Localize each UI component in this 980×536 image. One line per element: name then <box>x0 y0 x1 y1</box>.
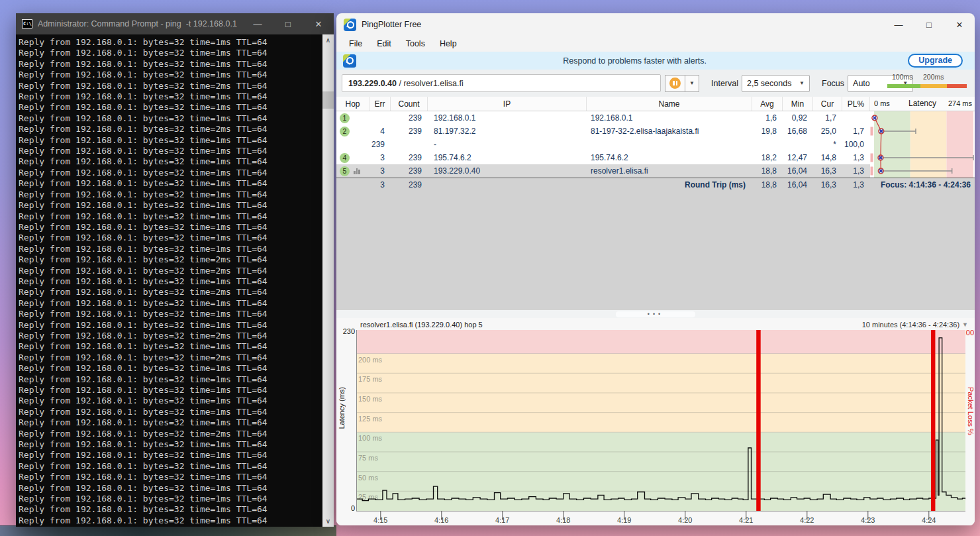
table-body: 1239192.168.0.1192.168.0.11,60,921,72423… <box>336 111 870 178</box>
ip-cell: 192.168.0.1 <box>428 111 587 125</box>
count-cell: 239 <box>391 125 428 138</box>
cmd-maximize-button[interactable]: □ <box>273 13 303 34</box>
cmd-output-line: Reply from 192.168.0.1: bytes=32 time=1m… <box>19 156 322 167</box>
cmd-output-line: Reply from 192.168.0.1: bytes=32 time=1m… <box>19 37 322 48</box>
footer-ip-cell <box>428 178 587 191</box>
graph-time-range-selector[interactable]: 10 minutes (4:14:36 - 4:24:36) ▼ <box>862 321 968 329</box>
name-cell: 81-197-32-2.elisa-laajakaista.fi <box>587 125 752 138</box>
cmd-output-line: Reply from 192.168.0.1: bytes=32 time=1m… <box>19 102 322 113</box>
cmd-output-line: Reply from 192.168.0.1: bytes=32 time=2m… <box>19 287 322 297</box>
cmd-scroll-thumb[interactable] <box>322 91 334 109</box>
err-cell <box>369 111 391 125</box>
pingplotter-maximize-button[interactable]: □ <box>914 13 944 36</box>
svg-text:75 ms: 75 ms <box>358 454 378 462</box>
cmd-output-line: Reply from 192.168.0.1: bytes=32 time=1m… <box>19 59 322 70</box>
column-header-count[interactable]: Count <box>391 97 428 111</box>
menu-item-edit[interactable]: Edit <box>369 37 399 50</box>
pause-dropdown-button[interactable]: ▼ <box>685 75 699 92</box>
svg-text:4:22: 4:22 <box>800 516 814 524</box>
pause-button[interactable] <box>665 75 685 92</box>
pl-cell: 100,0 <box>842 138 870 151</box>
target-address-input[interactable]: 193.229.0.40 / resolver1.elisa.fi <box>342 74 661 92</box>
table-row[interactable]: 43239195.74.6.2195.74.6.218,212,4714,81,… <box>336 151 870 164</box>
menu-item-file[interactable]: File <box>342 37 369 50</box>
footer-cur-cell: 16,3 <box>813 178 842 191</box>
count-cell: 239 <box>391 111 428 125</box>
column-header-cur[interactable]: Cur <box>813 97 842 111</box>
table-row[interactable]: 239-*100,0 <box>336 138 870 151</box>
cmd-output-line: Reply from 192.168.0.1: bytes=32 time=1m… <box>19 450 322 460</box>
alert-text: Respond to problems faster with alerts. <box>362 56 908 66</box>
pingplotter-minimize-button[interactable]: — <box>883 13 914 36</box>
column-header-ip[interactable]: IP <box>428 97 587 111</box>
cmd-titlebar[interactable]: C:\ Administrator: Command Prompt - ping… <box>16 13 334 34</box>
latency-scale-legend: 100ms 200ms <box>887 73 967 94</box>
chevron-down-icon: ▼ <box>799 80 805 86</box>
graph-title: resolver1.elisa.fi (193.229.0.40) hop 5 <box>360 321 483 329</box>
pingplotter-close-button[interactable]: ✕ <box>944 13 975 36</box>
svg-text:4:23: 4:23 <box>861 516 875 524</box>
svg-text:50 ms: 50 ms <box>358 474 378 482</box>
cmd-output-line: Reply from 192.168.0.1: bytes=32 time=1m… <box>19 146 322 156</box>
column-header-err[interactable]: Err <box>369 97 391 111</box>
hop-cell: 4 <box>336 151 369 164</box>
cmd-scroll-down-arrow[interactable]: ∨ <box>322 515 334 527</box>
menu-item-tools[interactable]: Tools <box>399 37 432 50</box>
timeline-graph-panel: resolver1.elisa.fi (193.229.0.40) hop 5 … <box>336 318 975 525</box>
cmd-minimize-button[interactable]: — <box>242 13 273 34</box>
avg-cell <box>752 138 783 151</box>
table-row[interactable]: 2423981.197.32.281-197-32-2.elisa-laajak… <box>336 125 870 138</box>
svg-text:150 ms: 150 ms <box>358 395 383 403</box>
column-header-avg[interactable]: Avg <box>752 97 783 111</box>
desktop: C:\ Administrator: Command Prompt - ping… <box>0 0 980 536</box>
pingplotter-window-title: PingPlotter Free <box>362 20 883 29</box>
splitter-handle[interactable]: ••• <box>336 310 975 318</box>
cmd-icon: C:\ <box>22 19 32 28</box>
table-row[interactable]: 1239192.168.0.1192.168.0.11,60,921,7 <box>336 111 870 125</box>
target-hostname: / resolver1.elisa.fi <box>397 79 464 88</box>
latency-column-header[interactable]: 0 ms Latency 274 ms <box>870 97 975 111</box>
column-header-min[interactable]: Min <box>783 97 813 111</box>
column-header-hop[interactable]: Hop <box>336 97 369 111</box>
pl-cell: 1,3 <box>842 151 870 164</box>
min-cell: 16,04 <box>783 164 813 178</box>
footer-count-cell: 239 <box>391 178 428 191</box>
menu-item-help[interactable]: Help <box>432 37 464 50</box>
footer-min-cell: 16,04 <box>783 178 813 191</box>
table-row[interactable]: 53239193.229.0.40resolver1.elisa.fi18,81… <box>336 164 870 178</box>
avg-cell: 1,6 <box>752 111 783 125</box>
hop-cell <box>336 138 369 151</box>
hop-cell: 5 <box>336 164 369 178</box>
cmd-output-line: Reply from 192.168.0.1: bytes=32 time=1m… <box>19 48 322 58</box>
column-header-pl[interactable]: PL% <box>842 97 870 111</box>
footer-pl-cell: 1,3 <box>842 178 870 191</box>
hop-number-badge: 2 <box>340 127 350 136</box>
timeline-chart[interactable]: 25 ms50 ms75 ms100 ms125 ms150 ms175 ms2… <box>356 330 965 525</box>
round-trip-label: Round Trip (ms) <box>587 178 752 191</box>
empty-panel <box>336 191 975 310</box>
hop-number-badge: 5 <box>340 166 350 176</box>
ip-cell: 81.197.32.2 <box>428 125 587 138</box>
name-cell: resolver1.elisa.fi <box>587 164 752 178</box>
name-cell: 192.168.0.1 <box>587 111 752 125</box>
y-axis-title: Latency (ms) <box>338 387 346 429</box>
svg-text:175 ms: 175 ms <box>358 375 383 383</box>
cmd-output: Reply from 192.168.0.1: bytes=32 time=1m… <box>16 34 322 527</box>
cmd-output-line: Reply from 192.168.0.1: bytes=32 time=2m… <box>19 429 322 439</box>
min-cell <box>783 138 813 151</box>
cmd-scroll-up-arrow[interactable]: ∧ <box>322 34 334 46</box>
cmd-close-button[interactable]: ✕ <box>303 13 334 34</box>
chevron-down-icon: ▼ <box>962 321 968 328</box>
focus-value: Auto <box>853 79 870 88</box>
cmd-output-line: Reply from 192.168.0.1: bytes=32 time=1m… <box>19 320 322 331</box>
cmd-scrollbar[interactable]: ∧ ∨ <box>322 34 334 527</box>
err-cell: 3 <box>369 164 391 178</box>
pingplotter-titlebar[interactable]: PingPlotter Free — □ ✕ <box>336 13 975 36</box>
svg-text:100 ms: 100 ms <box>358 434 383 442</box>
interval-select[interactable]: 2,5 seconds ▼ <box>742 75 810 92</box>
cmd-output-line: Reply from 192.168.0.1: bytes=32 time=2m… <box>19 124 322 134</box>
column-header-name[interactable]: Name <box>587 97 752 111</box>
upgrade-button[interactable]: Upgrade <box>908 54 963 68</box>
table-header: HopErrCountIPNameAvgMinCurPL% <box>336 97 870 111</box>
alert-pingplotter-icon <box>343 54 356 68</box>
